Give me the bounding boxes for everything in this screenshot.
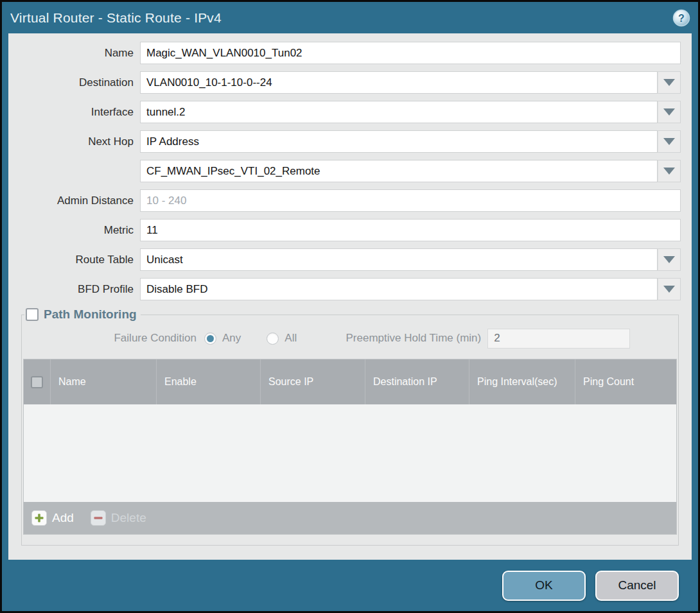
failure-condition-any-label: Any (222, 332, 241, 345)
form-row-next-hop-address (8, 160, 681, 182)
chevron-down-icon (663, 79, 675, 86)
minus-icon (91, 510, 106, 526)
dialog-body: Name Destination Interface (8, 33, 692, 560)
ok-button[interactable]: OK (502, 571, 586, 601)
admin-distance-input[interactable] (140, 189, 681, 212)
failure-condition-all-label: All (284, 332, 297, 345)
path-monitoring-title: Path Monitoring (44, 307, 137, 322)
chevron-down-icon (663, 256, 675, 263)
table-header-enable[interactable]: Enable (157, 359, 261, 404)
add-button[interactable]: Add (31, 510, 74, 526)
table-header-destination-ip[interactable]: Destination IP (365, 359, 469, 404)
path-monitoring-checkbox[interactable] (26, 308, 39, 321)
form-row-admin-distance: Admin Distance (8, 189, 681, 212)
name-input[interactable] (140, 42, 681, 64)
next-hop-dropdown-button[interactable] (658, 130, 681, 153)
help-icon[interactable]: ? (672, 9, 690, 27)
table-footer-toolbar: Add Delete (24, 502, 676, 534)
next-hop-label: Next Hop (8, 135, 140, 148)
next-hop-type-input[interactable] (140, 130, 658, 153)
destination-dropdown-button[interactable] (658, 71, 681, 94)
form-row-bfd-profile: BFD Profile (8, 278, 681, 300)
plus-icon (31, 510, 47, 526)
route-table-dropdown-button[interactable] (658, 248, 681, 271)
dialog-footer: OK Cancel (2, 560, 698, 611)
path-monitoring-legend: Path Monitoring (24, 307, 141, 322)
chevron-down-icon (663, 138, 675, 145)
cancel-button[interactable]: Cancel (595, 571, 679, 601)
failure-condition-label: Failure Condition (23, 332, 204, 345)
chevron-down-icon (663, 286, 675, 293)
destination-label: Destination (8, 76, 140, 89)
interface-input[interactable] (140, 101, 658, 123)
select-all-checkbox[interactable] (31, 376, 43, 388)
path-monitoring-table: Name Enable Source IP Destination IP Pin… (23, 359, 677, 535)
table-header-ping-count[interactable]: Ping Count (575, 359, 676, 404)
add-button-label: Add (52, 511, 74, 525)
table-header-name[interactable]: Name (51, 359, 157, 404)
name-label: Name (8, 47, 140, 60)
bfd-profile-dropdown-button[interactable] (658, 278, 681, 300)
route-table-label: Route Table (8, 254, 140, 266)
next-hop-address-dropdown-button[interactable] (658, 160, 681, 182)
table-header-ping-interval[interactable]: Ping Interval(sec) (469, 359, 575, 404)
preemptive-hold-time-label: Preemptive Hold Time (min) (322, 332, 487, 345)
table-body-empty (24, 404, 676, 502)
form-row-metric: Metric (8, 219, 681, 241)
route-table-input[interactable] (140, 248, 658, 271)
chevron-down-icon (663, 168, 675, 175)
preemptive-hold-time-input[interactable] (487, 329, 630, 349)
path-monitoring-section: Path Monitoring Failure Condition Any Al… (21, 307, 679, 546)
table-header-row: Name Enable Source IP Destination IP Pin… (24, 359, 676, 404)
table-header-source-ip[interactable]: Source IP (261, 359, 365, 404)
form-row-name: Name (8, 42, 681, 64)
failure-condition-all-radio[interactable] (267, 332, 279, 345)
bfd-profile-label: BFD Profile (8, 283, 140, 296)
form-row-interface: Interface (8, 101, 681, 123)
admin-distance-label: Admin Distance (8, 194, 140, 207)
failure-condition-row: Failure Condition Any All Preemptive Hol… (23, 328, 677, 349)
next-hop-address-input[interactable] (140, 160, 658, 182)
svg-text:?: ? (678, 13, 685, 24)
form-row-destination: Destination (8, 71, 681, 94)
delete-button-label: Delete (111, 511, 146, 525)
failure-condition-any-radio[interactable] (204, 332, 216, 345)
form-row-route-table: Route Table (8, 248, 681, 271)
interface-dropdown-button[interactable] (658, 101, 681, 123)
dialog-title: Virtual Router - Static Route - IPv4 (10, 10, 672, 26)
dialog-virtual-router-static-route: Virtual Router - Static Route - IPv4 ? N… (0, 0, 700, 613)
chevron-down-icon (663, 108, 675, 116)
table-header-select-all (24, 359, 51, 404)
metric-input[interactable] (140, 219, 681, 241)
bfd-profile-input[interactable] (140, 278, 658, 300)
destination-input[interactable] (140, 71, 658, 94)
titlebar: Virtual Router - Static Route - IPv4 ? (2, 2, 698, 33)
interface-label: Interface (8, 106, 140, 119)
form-row-next-hop: Next Hop (8, 130, 681, 153)
delete-button[interactable]: Delete (91, 510, 146, 526)
metric-label: Metric (8, 224, 140, 237)
